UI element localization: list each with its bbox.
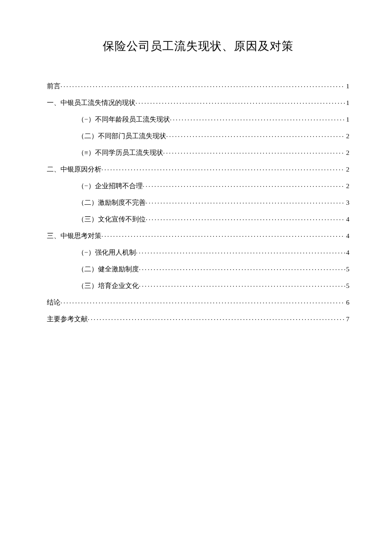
toc-label: （二）激励制度不完善 [78,199,146,206]
toc-entry: 前言 1 [47,81,349,89]
toc-entry: （二）不同部门员工流失现状 2 [47,131,349,139]
toc-label: （≡）不同学历员工流失现状 [78,149,163,156]
toc-entry: （二）激励制度不完善 3 [47,198,349,206]
toc-leader-dots [61,298,345,305]
toc-leader-dots [166,131,345,138]
toc-page-number: 1 [345,83,349,90]
toc-label: （−）不同年龄段员工流失现状 [78,116,170,123]
toc-leader-dots [146,215,345,221]
toc-leader-dots [101,231,345,238]
toc-page-number: 2 [345,149,349,156]
toc-page-number: 2 [345,133,349,139]
toc-page-number: 6 [345,299,349,306]
toc-leader-dots [101,165,345,171]
toc-label: （−）强化用人机制 [78,249,136,256]
toc-page-number: 1 [345,99,349,106]
toc-label: 二、中银原因分析 [47,166,101,173]
toc-leader-dots [139,281,345,288]
toc-label: （三）培育企业文化 [78,282,139,289]
toc-page-number: 4 [345,216,349,223]
toc-entry: 主要参考文献 7 [47,314,349,322]
toc-page-number: 2 [345,183,349,189]
toc-label: 三、中银思考对策 [47,232,101,239]
toc-leader-dots [146,198,345,205]
toc-leader-dots [135,98,345,105]
table-of-contents: 前言 1 一、中银员工流失情况的现状 1 （−）不同年龄段员工流失现状 1 （二… [47,81,349,322]
toc-entry: （二）健全激励制度 5 [47,264,349,272]
toc-page-number: 3 [345,199,349,206]
toc-page-number: 1 [345,116,349,123]
toc-page-number: 4 [345,232,349,239]
toc-label: （−）企业招聘不合理 [78,183,143,189]
toc-leader-dots [88,314,345,321]
toc-label: （二）健全激励制度 [78,266,139,273]
toc-page-number: 7 [345,316,349,323]
toc-entry: （三）培育企业文化 5 [47,281,349,289]
document-title: 保险公司员工流失现状、原因及对策 [47,38,349,54]
toc-entry: （−）不同年龄段员工流失现状 1 [47,115,349,122]
toc-leader-dots [163,148,346,155]
toc-entry: （−）强化用人机制 4 [47,248,349,256]
toc-label: 一、中银员工流失情况的现状 [47,99,135,106]
toc-page-number: 5 [345,266,349,273]
toc-entry: 三、中银思考对策 4 [47,231,349,239]
toc-entry: 结论 6 [47,298,349,305]
toc-label: 主要参考文献 [47,316,88,323]
toc-entry: （≡）不同学历员工流失现状 2 [47,148,349,156]
toc-page-number: 5 [345,282,349,289]
toc-entry: 二、中银原因分析 2 [47,165,349,172]
toc-leader-dots [139,264,345,271]
toc-entry: （−）企业招聘不合理 2 [47,181,349,189]
toc-label: （二）不同部门员工流失现状 [78,133,166,139]
toc-entry: 一、中银员工流失情况的现状 1 [47,98,349,106]
toc-page-number: 2 [345,166,349,173]
toc-page-number: 4 [345,249,349,256]
toc-leader-dots [143,181,346,188]
toc-label: 结论 [47,299,61,306]
toc-leader-dots [170,115,346,122]
toc-label: （三）文化宣传不到位 [78,216,146,223]
toc-leader-dots [61,81,345,88]
toc-leader-dots [136,248,346,255]
toc-entry: （三）文化宣传不到位 4 [47,215,349,222]
toc-label: 前言 [47,83,61,90]
